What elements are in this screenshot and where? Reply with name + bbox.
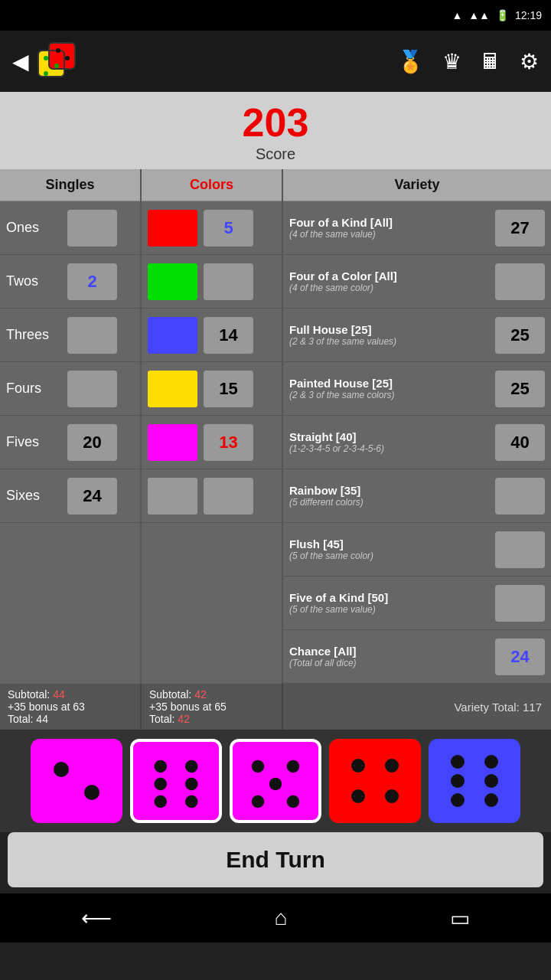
fours-box[interactable]	[67, 371, 117, 407]
svg-point-15	[185, 795, 198, 808]
rainbow-box[interactable]	[495, 478, 545, 514]
svg-point-7	[65, 56, 70, 60]
color-box-5[interactable]: 13	[204, 424, 253, 461]
status-bar: ▲ ▲▲ 🔋 12:19	[0, 0, 551, 31]
variety-total-value: 117	[523, 701, 542, 714]
color-box-1[interactable]: 5	[204, 210, 253, 247]
awards-icon[interactable]: 🏅	[397, 49, 424, 74]
svg-point-23	[351, 789, 365, 803]
end-turn-button[interactable]: End Turn	[8, 832, 543, 887]
svg-point-16	[252, 760, 265, 773]
crown-icon[interactable]: ♛	[442, 49, 461, 74]
svg-point-6	[56, 48, 60, 53]
svg-point-28	[484, 774, 498, 788]
nav-bar: ◀ 🏅 ♛ 🖩 ⚙	[0, 31, 551, 92]
variety-row-five-of-a-kind: Five of a Kind [50] (5 of the same value…	[283, 577, 551, 630]
chance-box[interactable]: 24	[495, 639, 545, 675]
signal-icon: ▲▲	[468, 9, 490, 21]
time: 12:19	[515, 9, 542, 21]
four-of-a-color-box[interactable]	[495, 263, 545, 300]
straight-title: Straight [40]	[289, 430, 489, 443]
variety-row-rainbow: Rainbow [35] (5 different colors)	[283, 469, 551, 523]
singles-subtotal-label: Subtotal:	[8, 688, 53, 701]
magenta-swatch	[148, 424, 197, 461]
fives-box[interactable]: 20	[67, 424, 117, 461]
calculator-icon[interactable]: 🖩	[480, 49, 501, 74]
die-2[interactable]	[130, 739, 222, 823]
painted-house-sub: (2 & 3 of the same colors)	[289, 390, 489, 400]
yellow-swatch	[148, 371, 197, 407]
colors-row-5: 13	[142, 416, 282, 469]
colors-column: Colors 5 14 15 13	[142, 169, 283, 684]
sixes-box[interactable]: 24	[67, 478, 117, 514]
colors-row-4: 15	[142, 362, 282, 416]
singles-row-fives: Fives 20	[0, 416, 140, 469]
home-nav-icon[interactable]: ⌂	[275, 906, 288, 930]
back-nav-icon[interactable]: ⟵	[81, 906, 112, 931]
five-of-a-kind-box[interactable]	[495, 585, 545, 622]
singles-row-fours: Fours	[0, 362, 140, 416]
svg-point-19	[252, 795, 265, 808]
svg-point-10	[154, 760, 167, 773]
die-4-face	[337, 746, 413, 815]
sixes-label: Sixes	[6, 488, 67, 504]
painted-house-title: Painted House [25]	[289, 377, 489, 390]
ones-box[interactable]	[67, 210, 117, 247]
four-of-a-kind-box[interactable]: 27	[495, 210, 545, 247]
threes-label: Threes	[6, 327, 67, 343]
recent-nav-icon[interactable]: ▭	[450, 906, 470, 931]
variety-row-painted-house: Painted House [25] (2 & 3 of the same co…	[283, 362, 551, 416]
straight-box[interactable]: 40	[495, 424, 545, 461]
colors-total-line: Total: 42	[149, 713, 274, 725]
twos-box[interactable]: 2	[67, 263, 117, 300]
colors-row-3: 14	[142, 309, 282, 362]
colors-subtotals: Subtotal: 42 +35 bonus at 65 Total: 42	[142, 684, 283, 730]
die-1[interactable]	[31, 739, 122, 823]
die-5[interactable]	[429, 739, 520, 823]
painted-house-box[interactable]: 25	[495, 371, 545, 407]
svg-point-21	[351, 759, 365, 773]
color-box-3[interactable]: 14	[204, 317, 253, 354]
svg-point-8	[54, 762, 69, 777]
singles-bonus-line: +35 bonus at 63	[8, 701, 132, 713]
variety-header: Variety	[283, 169, 551, 201]
singles-subtotal-line: Subtotal: 44	[8, 688, 132, 701]
svg-point-20	[287, 795, 300, 808]
four-of-a-kind-title: Four of a Kind [All]	[289, 216, 489, 229]
full-house-box[interactable]: 25	[495, 317, 545, 354]
color-box-6[interactable]	[204, 478, 253, 514]
colors-subtotal-value: 42	[194, 688, 207, 701]
nav-icons: 🏅 ♛ 🖩 ⚙	[397, 49, 539, 74]
straight-sub: (1-2-3-4-5 or 2-3-4-5-6)	[289, 443, 489, 454]
flush-box[interactable]	[495, 531, 545, 568]
die-5-face	[436, 746, 513, 815]
score-label: Score	[0, 145, 551, 163]
battery-icon: 🔋	[496, 9, 509, 21]
colors-total-label: Total:	[149, 713, 178, 725]
color-box-4[interactable]: 15	[204, 371, 253, 407]
threes-box[interactable]	[67, 317, 117, 354]
singles-row-sixes: Sixes 24	[0, 469, 140, 523]
red-swatch	[148, 210, 197, 247]
svg-point-5	[44, 71, 48, 76]
die-4[interactable]	[329, 739, 421, 823]
chance-title: Chance [All]	[289, 645, 489, 658]
die-2-face	[141, 750, 211, 818]
svg-point-13	[185, 778, 198, 791]
variety-row-full-house: Full House [25] (2 & 3 of the same value…	[283, 309, 551, 362]
settings-icon[interactable]: ⚙	[520, 49, 539, 74]
back-button[interactable]: ◀	[12, 49, 29, 74]
singles-bonus-label: +35 bonus at 63	[8, 701, 85, 713]
colors-subtotal-line: Subtotal: 42	[149, 688, 274, 701]
color-box-2[interactable]	[204, 263, 253, 300]
variety-row-four-of-a-kind: Four of a Kind [All] (4 of the same valu…	[283, 201, 551, 255]
dice-section	[0, 730, 551, 832]
die-3[interactable]	[230, 739, 321, 823]
singles-total-line: Total: 44	[8, 713, 132, 725]
svg-point-26	[484, 755, 498, 769]
empty-swatch	[148, 478, 197, 514]
svg-point-11	[185, 760, 198, 773]
svg-point-27	[451, 774, 465, 788]
ones-label: Ones	[6, 220, 67, 236]
singles-total-label: Total:	[8, 713, 36, 725]
